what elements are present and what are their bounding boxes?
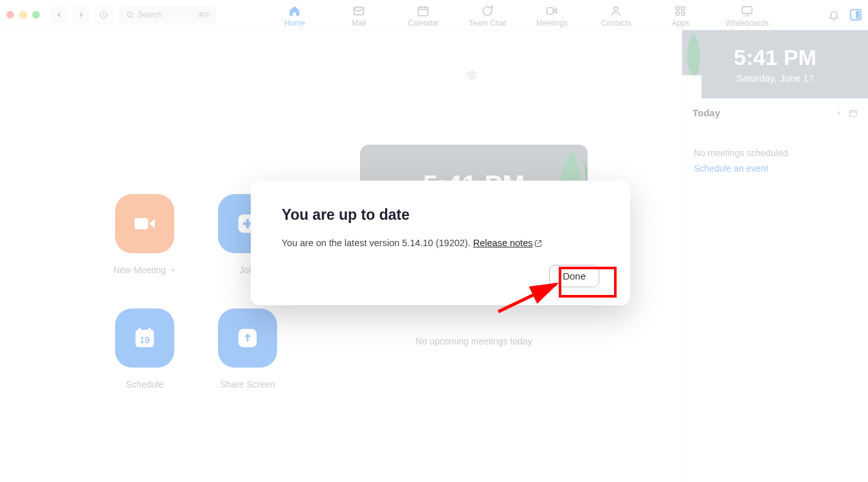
modal-body-suffix: . xyxy=(468,238,473,248)
update-modal: You are up to date You are on the latest… xyxy=(251,181,630,305)
done-button[interactable]: Done xyxy=(549,265,599,287)
external-link-icon xyxy=(534,240,542,247)
modal-title: You are up to date xyxy=(282,206,599,224)
modal-body: You are on the latest version 5.14.10 (1… xyxy=(282,238,599,248)
modal-body-prefix: You are on the latest version xyxy=(282,238,402,248)
modal-version: 5.14.10 (19202) xyxy=(402,238,467,248)
release-notes-link[interactable]: Release notes xyxy=(473,238,533,248)
modal-actions: Done xyxy=(282,265,599,287)
